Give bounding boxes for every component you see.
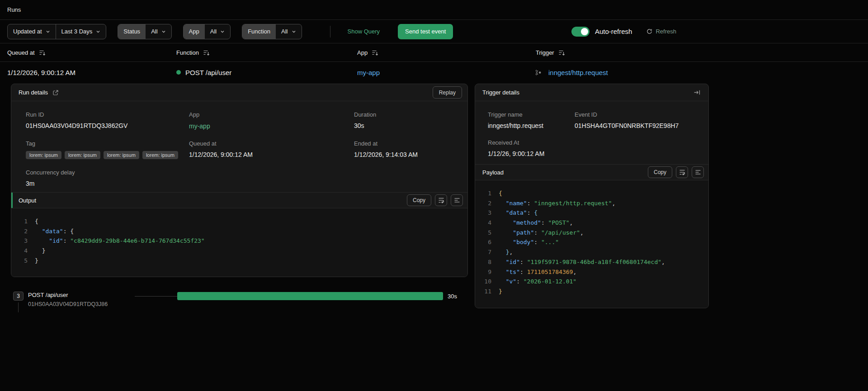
code-line: 3 "data": { bbox=[475, 208, 708, 218]
toggle-knob bbox=[581, 28, 588, 35]
wrap-text-icon bbox=[438, 197, 444, 203]
field-trigger-name: Trigger name inngest/http.request bbox=[488, 111, 575, 129]
column-header-queued-at[interactable]: Queued at bbox=[7, 49, 176, 56]
trigger-details-title: Trigger details bbox=[482, 89, 519, 96]
send-test-event-button[interactable]: Send test event bbox=[398, 24, 453, 39]
status-filter-label: Status bbox=[118, 24, 146, 39]
show-query-button[interactable]: Show Query bbox=[348, 28, 380, 35]
event-id-value: 01HSHA4GT0FN0NRBKTF92E98H7 bbox=[575, 122, 701, 129]
run-details-panel: Run details Replay Run ID 01HS0AA03V04D9… bbox=[11, 84, 468, 277]
line-number: 11 bbox=[483, 287, 491, 297]
code-line: 10 "v": "2026-01-12.01" bbox=[475, 277, 708, 287]
filter-divider bbox=[330, 26, 330, 38]
timeline-step-marker: 3 bbox=[11, 292, 28, 312]
field-label: Run ID bbox=[26, 111, 189, 118]
format-output-button[interactable] bbox=[451, 194, 463, 206]
auto-refresh-toggle[interactable] bbox=[571, 27, 590, 37]
app-filter-dropdown[interactable]: All bbox=[205, 24, 230, 39]
line-number: 2 bbox=[483, 198, 491, 208]
copy-output-button[interactable]: Copy bbox=[407, 194, 431, 206]
run-details-area: Run details Replay Run ID 01HS0AA03V04D9… bbox=[0, 83, 868, 312]
field-ended-at: Ended at 1/12/2026, 9:14:03 AM bbox=[354, 140, 460, 159]
app-filter: App All bbox=[183, 24, 231, 39]
refresh-button[interactable]: Refresh bbox=[646, 28, 676, 35]
line-number: 3 bbox=[19, 236, 28, 246]
line-number: 5 bbox=[19, 256, 28, 266]
column-header-trigger[interactable]: Trigger bbox=[536, 49, 861, 56]
column-header-app[interactable]: App bbox=[357, 49, 536, 56]
time-range-label: Last 3 Days bbox=[61, 28, 93, 35]
queued-at-value: 1/12/2026, 9:00:12 AM bbox=[189, 151, 354, 158]
field-app: App my-app bbox=[189, 111, 354, 130]
refresh-icon bbox=[646, 28, 652, 34]
run-app: my-app bbox=[357, 69, 536, 76]
run-function: POST /api/user bbox=[176, 69, 357, 76]
code-line: 5} bbox=[11, 256, 467, 266]
payload-code-block[interactable]: 1{2 "name": "inngest/http.request",3 "da… bbox=[475, 180, 708, 308]
status-filter-dropdown[interactable]: All bbox=[146, 24, 171, 39]
field-received-at: Received At 1/12/26, 9:00:12 AM bbox=[488, 139, 575, 157]
field-label: Tag bbox=[26, 140, 189, 147]
field-queued-at: Queued at 1/12/2026, 9:00:12 AM bbox=[189, 140, 354, 159]
run-id-value: 01HS0AA03V04D91RTDQ3J862GV bbox=[26, 122, 189, 129]
field-label: Queued at bbox=[189, 140, 354, 147]
step-name: POST /api/user bbox=[28, 292, 135, 298]
step-run-id: 01HS0AA03V04D91RTDQ3J86 bbox=[28, 301, 135, 307]
app-link[interactable]: my-app bbox=[189, 122, 210, 130]
line-number: 2 bbox=[19, 226, 28, 236]
step-attempt-badge[interactable]: 3 bbox=[13, 292, 24, 301]
code-line: 3 "id": "c8429dd9-29b8-44e6-b714-767d34c… bbox=[11, 236, 467, 246]
trigger-name-value: inngest/http.request bbox=[488, 122, 575, 129]
filter-bar: Updated at Last 3 Days Status All bbox=[0, 20, 868, 43]
time-range-dropdown[interactable]: Last 3 Days bbox=[56, 24, 106, 39]
runs-page: Runs Updated at Last 3 Days Status All bbox=[0, 0, 868, 312]
app-link[interactable]: my-app bbox=[357, 69, 380, 76]
field-label: Event ID bbox=[575, 111, 701, 118]
webhook-icon bbox=[536, 70, 544, 75]
line-number: 4 bbox=[19, 246, 28, 256]
output-code-block[interactable]: 1{2 "data": {3 "id": "c8429dd9-29b8-44e6… bbox=[11, 208, 467, 277]
sort-icon[interactable] bbox=[558, 49, 565, 56]
column-header-function[interactable]: Function bbox=[176, 49, 357, 56]
function-filter-value: All bbox=[281, 28, 288, 35]
run-row[interactable]: 1/12/2026, 9:00:12 AM POST /api/user my-… bbox=[0, 62, 868, 83]
line-number: 9 bbox=[483, 267, 491, 277]
timeline-connector-line bbox=[18, 302, 19, 312]
wrap-text-icon bbox=[679, 169, 685, 175]
collapse-panel-button[interactable] bbox=[691, 87, 703, 99]
sort-icon[interactable] bbox=[372, 49, 378, 56]
field-label: Trigger name bbox=[488, 111, 575, 118]
code-line: 9 "ts": 1711051784369, bbox=[475, 267, 708, 277]
step-progress-bar[interactable] bbox=[177, 292, 443, 300]
copy-payload-button[interactable]: Copy bbox=[648, 166, 672, 178]
line-number: 1 bbox=[483, 188, 491, 198]
run-details-header: Run details Replay bbox=[11, 84, 467, 101]
wrap-text-button[interactable] bbox=[676, 166, 688, 178]
run-trigger: inngest/http.request bbox=[536, 69, 861, 76]
column-label: Function bbox=[176, 49, 199, 56]
auto-refresh-label: Auto-refresh bbox=[595, 28, 632, 35]
line-number: 4 bbox=[483, 218, 491, 228]
replay-button[interactable]: Replay bbox=[433, 86, 462, 99]
align-left-icon bbox=[454, 197, 460, 203]
trigger-details-panel: Trigger details Trigger name inngest/htt… bbox=[475, 84, 709, 308]
updated-at-dropdown[interactable]: Updated at bbox=[8, 24, 56, 39]
sort-icon[interactable] bbox=[203, 49, 210, 56]
tag-badge: lorem: ipsum bbox=[65, 151, 100, 159]
sort-icon[interactable] bbox=[39, 49, 46, 56]
line-number: 8 bbox=[483, 257, 491, 267]
code-line: 2 "name": "inngest/http.request", bbox=[475, 198, 708, 208]
chevron-down-icon bbox=[46, 29, 50, 34]
field-label: Ended at bbox=[354, 140, 460, 147]
payload-title: Payload bbox=[482, 169, 504, 176]
line-number: 6 bbox=[483, 237, 491, 247]
external-link-icon[interactable] bbox=[52, 90, 59, 96]
wrap-text-button[interactable] bbox=[435, 194, 447, 206]
trigger-link[interactable]: inngest/http.request bbox=[548, 69, 608, 76]
sort-and-range-filter: Updated at Last 3 Days bbox=[7, 24, 106, 39]
function-filter-dropdown[interactable]: All bbox=[276, 24, 301, 39]
code-line: 8 "id": "119f5971-9878-46bd-a18f-4f06801… bbox=[475, 257, 708, 267]
timeline-step-info: POST /api/user 01HS0AA03V04D91RTDQ3J86 bbox=[28, 292, 135, 307]
code-line: 11} bbox=[475, 287, 708, 297]
format-payload-button[interactable] bbox=[692, 166, 704, 178]
